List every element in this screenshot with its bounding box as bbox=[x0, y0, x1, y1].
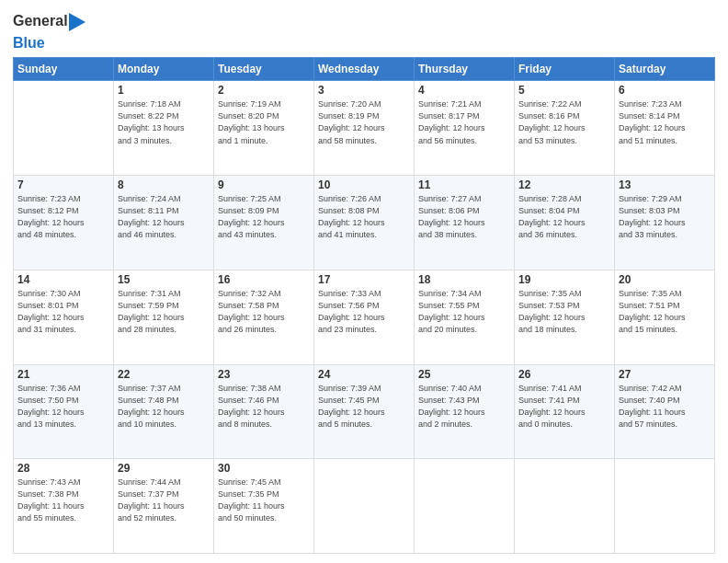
col-header-saturday: Saturday bbox=[615, 58, 715, 81]
logo-container: General Blue bbox=[13, 9, 85, 52]
col-header-sunday: Sunday bbox=[14, 58, 114, 81]
day-info: Sunrise: 7:23 AMSunset: 8:14 PMDaylight:… bbox=[619, 98, 711, 146]
day-number: 29 bbox=[118, 462, 210, 475]
col-header-monday: Monday bbox=[114, 58, 214, 81]
calendar-cell bbox=[14, 81, 114, 176]
day-info: Sunrise: 7:29 AMSunset: 8:03 PMDaylight:… bbox=[619, 193, 711, 241]
calendar-cell: 29Sunrise: 7:44 AMSunset: 7:37 PMDayligh… bbox=[114, 459, 214, 554]
calendar-cell: 20Sunrise: 7:35 AMSunset: 7:51 PMDayligh… bbox=[615, 270, 715, 364]
calendar-cell: 7Sunrise: 7:23 AMSunset: 8:12 PMDaylight… bbox=[14, 176, 114, 270]
calendar-cell: 8Sunrise: 7:24 AMSunset: 8:11 PMDaylight… bbox=[114, 176, 214, 270]
col-header-friday: Friday bbox=[515, 58, 615, 81]
day-number: 8 bbox=[118, 178, 210, 191]
day-info: Sunrise: 7:22 AMSunset: 8:16 PMDaylight:… bbox=[518, 98, 610, 146]
day-number: 2 bbox=[218, 84, 310, 97]
calendar-cell bbox=[515, 459, 615, 554]
day-number: 13 bbox=[619, 178, 711, 191]
day-info: Sunrise: 7:23 AMSunset: 8:12 PMDaylight:… bbox=[17, 193, 109, 241]
calendar-cell: 11Sunrise: 7:27 AMSunset: 8:06 PMDayligh… bbox=[415, 176, 515, 270]
calendar-cell: 2Sunrise: 7:19 AMSunset: 8:20 PMDaylight… bbox=[214, 81, 314, 176]
day-info: Sunrise: 7:36 AMSunset: 7:50 PMDaylight:… bbox=[17, 383, 109, 431]
calendar-cell: 26Sunrise: 7:41 AMSunset: 7:41 PMDayligh… bbox=[515, 364, 615, 459]
day-info: Sunrise: 7:45 AMSunset: 7:35 PMDaylight:… bbox=[218, 477, 310, 524]
day-number: 1 bbox=[118, 84, 210, 97]
calendar-cell: 12Sunrise: 7:28 AMSunset: 8:04 PMDayligh… bbox=[515, 176, 615, 270]
col-header-tuesday: Tuesday bbox=[214, 58, 314, 81]
logo: General Blue bbox=[13, 9, 85, 52]
day-number: 12 bbox=[518, 178, 610, 191]
day-info: Sunrise: 7:19 AMSunset: 8:20 PMDaylight:… bbox=[218, 98, 310, 146]
calendar-cell bbox=[415, 459, 515, 554]
day-number: 15 bbox=[118, 273, 210, 286]
day-number: 22 bbox=[118, 368, 210, 381]
day-info: Sunrise: 7:18 AMSunset: 8:22 PMDaylight:… bbox=[118, 98, 210, 146]
week-row-1: 1Sunrise: 7:18 AMSunset: 8:22 PMDaylight… bbox=[14, 81, 715, 176]
day-number: 14 bbox=[17, 273, 109, 286]
calendar-cell: 16Sunrise: 7:32 AMSunset: 7:58 PMDayligh… bbox=[214, 270, 314, 364]
day-info: Sunrise: 7:27 AMSunset: 8:06 PMDaylight:… bbox=[418, 193, 510, 241]
day-number: 6 bbox=[619, 84, 711, 97]
day-info: Sunrise: 7:30 AMSunset: 8:01 PMDaylight:… bbox=[17, 288, 109, 336]
day-info: Sunrise: 7:41 AMSunset: 7:41 PMDaylight:… bbox=[518, 383, 610, 431]
week-row-3: 14Sunrise: 7:30 AMSunset: 8:01 PMDayligh… bbox=[14, 270, 715, 364]
calendar-cell: 9Sunrise: 7:25 AMSunset: 8:09 PMDaylight… bbox=[214, 176, 314, 270]
day-number: 26 bbox=[518, 368, 610, 381]
day-info: Sunrise: 7:44 AMSunset: 7:37 PMDaylight:… bbox=[118, 477, 210, 524]
day-info: Sunrise: 7:43 AMSunset: 7:38 PMDaylight:… bbox=[17, 477, 109, 524]
calendar-header-row: SundayMondayTuesdayWednesdayThursdayFrid… bbox=[14, 58, 715, 81]
calendar-cell: 4Sunrise: 7:21 AMSunset: 8:17 PMDaylight… bbox=[415, 81, 515, 176]
week-row-2: 7Sunrise: 7:23 AMSunset: 8:12 PMDaylight… bbox=[14, 176, 715, 270]
calendar-cell: 5Sunrise: 7:22 AMSunset: 8:16 PMDaylight… bbox=[515, 81, 615, 176]
header: General Blue bbox=[13, 9, 715, 52]
calendar-cell: 3Sunrise: 7:20 AMSunset: 8:19 PMDaylight… bbox=[314, 81, 415, 176]
day-info: Sunrise: 7:32 AMSunset: 7:58 PMDaylight:… bbox=[218, 288, 310, 336]
day-info: Sunrise: 7:38 AMSunset: 7:46 PMDaylight:… bbox=[218, 383, 310, 431]
day-number: 23 bbox=[218, 368, 310, 381]
svg-marker-0 bbox=[69, 13, 85, 31]
calendar-cell: 10Sunrise: 7:26 AMSunset: 8:08 PMDayligh… bbox=[314, 176, 415, 270]
calendar-table: SundayMondayTuesdayWednesdayThursdayFrid… bbox=[13, 57, 715, 554]
calendar-cell: 1Sunrise: 7:18 AMSunset: 8:22 PMDaylight… bbox=[114, 81, 214, 176]
day-info: Sunrise: 7:35 AMSunset: 7:53 PMDaylight:… bbox=[518, 288, 610, 336]
calendar-cell: 28Sunrise: 7:43 AMSunset: 7:38 PMDayligh… bbox=[14, 459, 114, 554]
day-info: Sunrise: 7:34 AMSunset: 7:55 PMDaylight:… bbox=[418, 288, 510, 336]
calendar-cell: 13Sunrise: 7:29 AMSunset: 8:03 PMDayligh… bbox=[615, 176, 715, 270]
calendar-cell: 21Sunrise: 7:36 AMSunset: 7:50 PMDayligh… bbox=[14, 364, 114, 459]
week-row-5: 28Sunrise: 7:43 AMSunset: 7:38 PMDayligh… bbox=[14, 459, 715, 554]
day-info: Sunrise: 7:31 AMSunset: 7:59 PMDaylight:… bbox=[118, 288, 210, 336]
day-number: 7 bbox=[17, 178, 109, 191]
day-info: Sunrise: 7:39 AMSunset: 7:45 PMDaylight:… bbox=[318, 383, 410, 431]
calendar-cell: 15Sunrise: 7:31 AMSunset: 7:59 PMDayligh… bbox=[114, 270, 214, 364]
day-number: 21 bbox=[17, 368, 109, 381]
calendar-cell: 30Sunrise: 7:45 AMSunset: 7:35 PMDayligh… bbox=[214, 459, 314, 554]
day-number: 19 bbox=[518, 273, 610, 286]
day-info: Sunrise: 7:28 AMSunset: 8:04 PMDaylight:… bbox=[518, 193, 610, 241]
week-row-4: 21Sunrise: 7:36 AMSunset: 7:50 PMDayligh… bbox=[14, 364, 715, 459]
calendar-cell: 27Sunrise: 7:42 AMSunset: 7:40 PMDayligh… bbox=[615, 364, 715, 459]
day-info: Sunrise: 7:21 AMSunset: 8:17 PMDaylight:… bbox=[418, 98, 510, 146]
day-number: 10 bbox=[318, 178, 410, 191]
day-number: 11 bbox=[418, 178, 510, 191]
calendar-cell: 22Sunrise: 7:37 AMSunset: 7:48 PMDayligh… bbox=[114, 364, 214, 459]
day-info: Sunrise: 7:40 AMSunset: 7:43 PMDaylight:… bbox=[418, 383, 510, 431]
col-header-wednesday: Wednesday bbox=[314, 58, 415, 81]
day-number: 17 bbox=[318, 273, 410, 286]
day-number: 27 bbox=[619, 368, 711, 381]
day-number: 5 bbox=[518, 84, 610, 97]
day-info: Sunrise: 7:24 AMSunset: 8:11 PMDaylight:… bbox=[118, 193, 210, 241]
calendar-cell: 25Sunrise: 7:40 AMSunset: 7:43 PMDayligh… bbox=[415, 364, 515, 459]
day-info: Sunrise: 7:42 AMSunset: 7:40 PMDaylight:… bbox=[619, 383, 711, 431]
day-info: Sunrise: 7:26 AMSunset: 8:08 PMDaylight:… bbox=[318, 193, 410, 241]
logo-triangle bbox=[69, 9, 85, 35]
col-header-thursday: Thursday bbox=[415, 58, 515, 81]
day-number: 18 bbox=[418, 273, 510, 286]
calendar-cell: 18Sunrise: 7:34 AMSunset: 7:55 PMDayligh… bbox=[415, 270, 515, 364]
calendar-cell: 19Sunrise: 7:35 AMSunset: 7:53 PMDayligh… bbox=[515, 270, 615, 364]
day-info: Sunrise: 7:20 AMSunset: 8:19 PMDaylight:… bbox=[318, 98, 410, 146]
day-number: 24 bbox=[318, 368, 410, 381]
calendar-cell: 23Sunrise: 7:38 AMSunset: 7:46 PMDayligh… bbox=[214, 364, 314, 459]
day-number: 4 bbox=[418, 84, 510, 97]
day-info: Sunrise: 7:25 AMSunset: 8:09 PMDaylight:… bbox=[218, 193, 310, 241]
day-number: 28 bbox=[17, 462, 109, 475]
calendar-cell: 24Sunrise: 7:39 AMSunset: 7:45 PMDayligh… bbox=[314, 364, 415, 459]
